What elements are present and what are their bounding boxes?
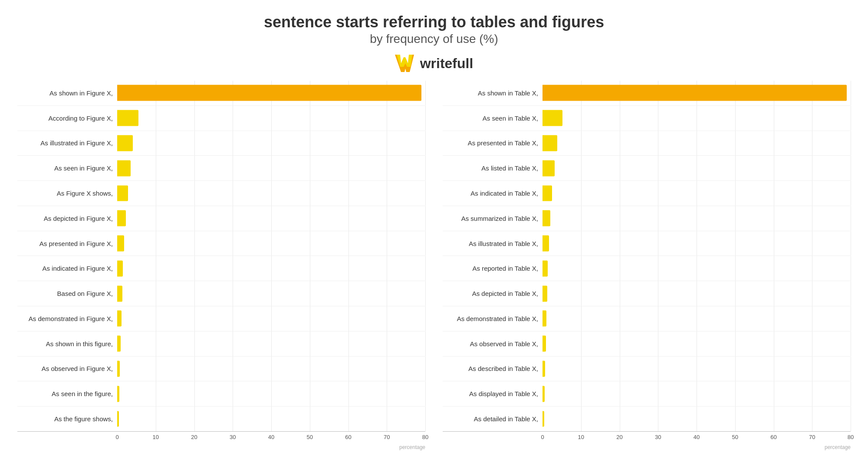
logo-row: writefull	[395, 55, 473, 72]
bar-row: As demonstrated in Table X,	[443, 306, 851, 331]
bar-row: As indicated in Table X,	[443, 181, 851, 206]
bar-row: As summarized in Table X,	[443, 206, 851, 231]
bar-label: As Figure X shows,	[17, 190, 117, 197]
bar-label: As shown in this figure,	[17, 340, 117, 348]
subtitle: by frequency of use (%)	[264, 32, 604, 46]
bar-row: Based on Figure X,	[17, 281, 425, 306]
bar-row: As seen in Table X,	[443, 106, 851, 131]
percentage-axis-label: percentage	[17, 444, 425, 450]
page: sentence starts referring to tables and …	[0, 0, 868, 459]
bar-track	[542, 156, 851, 180]
bar-track	[117, 156, 425, 180]
bar-row: As demonstrated in Figure X,	[17, 306, 425, 331]
bar-fill	[117, 411, 119, 427]
bar-label: As illustrated in Table X,	[443, 240, 542, 247]
bar-label: As presented in Table X,	[443, 139, 542, 147]
x-tick-label: 30	[230, 434, 236, 440]
x-tick-label: 80	[848, 434, 854, 440]
bar-row: As Figure X shows,	[17, 181, 425, 206]
bar-label: As seen in Table X,	[443, 115, 542, 122]
writefull-logo-icon	[395, 55, 416, 72]
x-tick-label: 10	[153, 434, 159, 440]
bar-track	[117, 231, 425, 256]
bar-label: As seen in the figure,	[17, 390, 117, 397]
bar-label: As seen in Figure X,	[17, 164, 117, 172]
bar-fill	[117, 361, 120, 377]
bar-row: As depicted in Figure X,	[17, 206, 425, 231]
bar-fill	[117, 336, 121, 352]
bar-track	[542, 81, 851, 105]
x-tick-label: 50	[307, 434, 313, 440]
bar-label: As detailed in Table X,	[443, 415, 542, 423]
x-tick-label: 70	[809, 434, 815, 440]
bar-row: As seen in Figure X,	[17, 156, 425, 181]
bar-track	[542, 106, 851, 131]
x-tick-label: 70	[384, 434, 390, 440]
bar-label: As indicated in Figure X,	[17, 265, 117, 272]
bar-fill	[542, 210, 550, 226]
x-tick-label: 50	[732, 434, 738, 440]
bar-fill	[117, 386, 119, 402]
bar-fill	[542, 361, 545, 377]
bar-track	[542, 357, 851, 381]
bar-fill	[542, 185, 552, 201]
bar-row: As the figure shows,	[17, 407, 425, 431]
bar-row: As listed in Table X,	[443, 156, 851, 181]
bar-fill	[117, 185, 128, 201]
bar-fill	[542, 285, 547, 302]
bar-row: As observed in Table X,	[443, 331, 851, 357]
bar-label: As listed in Table X,	[443, 164, 542, 172]
bar-row: As described in Table X,	[443, 357, 851, 382]
bar-row: As indicated in Figure X,	[17, 256, 425, 281]
bar-label: As illustrated in Figure X,	[17, 139, 117, 147]
bar-fill	[542, 110, 562, 126]
x-tick-label: 0	[541, 434, 544, 440]
bar-track	[117, 357, 425, 381]
bar-fill	[117, 160, 131, 176]
bar-row: As illustrated in Figure X,	[17, 131, 425, 156]
bar-label: As indicated in Table X,	[443, 190, 542, 197]
bar-row: As detailed in Table X,	[443, 407, 851, 431]
bar-fill	[542, 260, 548, 276]
x-tick-label: 0	[115, 434, 118, 440]
bar-row: According to Figure X,	[17, 106, 425, 131]
bar-track	[117, 81, 425, 105]
bar-row: As shown in this figure,	[17, 331, 425, 357]
table-chart-panel: As shown in Table X,As seen in Table X,A…	[443, 81, 851, 450]
percentage-axis-label: percentage	[443, 444, 851, 450]
bar-label: As demonstrated in Figure X,	[17, 315, 117, 322]
bar-label: As demonstrated in Table X,	[443, 315, 542, 322]
bar-fill	[117, 210, 126, 226]
bar-row: As observed in Figure X,	[17, 357, 425, 382]
bar-row: As seen in the figure,	[17, 381, 425, 407]
bar-label: As shown in Table X,	[443, 89, 542, 97]
bar-label: As observed in Table X,	[443, 340, 542, 348]
bar-row: As illustrated in Table X,	[443, 231, 851, 256]
bar-track	[117, 407, 425, 431]
bar-track	[117, 281, 425, 306]
header: sentence starts referring to tables and …	[264, 13, 604, 46]
bar-fill	[117, 236, 124, 252]
bar-track	[542, 381, 851, 406]
bar-track	[542, 181, 851, 206]
x-tick-label: 10	[578, 434, 584, 440]
bar-fill	[542, 311, 546, 327]
chart-area: As shown in Figure X,According to Figure…	[17, 81, 425, 450]
bar-fill	[117, 110, 138, 126]
bar-fill	[542, 336, 546, 352]
bar-track	[117, 181, 425, 206]
bar-label: As reported in Table X,	[443, 265, 542, 272]
bar-label: According to Figure X,	[17, 115, 117, 122]
bar-label: As the figure shows,	[17, 415, 117, 423]
bar-fill	[117, 260, 123, 276]
bar-track	[542, 231, 851, 256]
bar-track	[117, 256, 425, 281]
bar-fill	[117, 285, 122, 302]
bar-fill	[542, 411, 544, 427]
bar-track	[542, 256, 851, 281]
x-tick-label: 40	[268, 434, 274, 440]
bar-track	[542, 281, 851, 306]
x-tick-label: 80	[422, 434, 428, 440]
bar-row: As shown in Table X,	[443, 81, 851, 106]
bar-label: As displayed in Table X,	[443, 390, 542, 397]
